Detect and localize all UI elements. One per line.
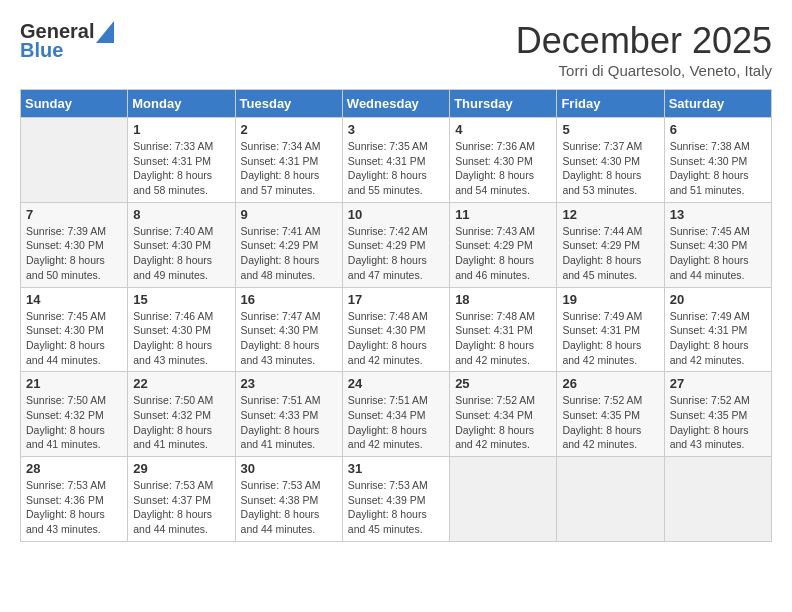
calendar-cell: [21, 118, 128, 203]
day-number: 21: [26, 376, 122, 391]
calendar-cell: [557, 457, 664, 542]
day-number: 26: [562, 376, 658, 391]
calendar-cell: 27Sunrise: 7:52 AM Sunset: 4:35 PM Dayli…: [664, 372, 771, 457]
calendar-table: SundayMondayTuesdayWednesdayThursdayFrid…: [20, 89, 772, 542]
cell-info: Sunrise: 7:35 AM Sunset: 4:31 PM Dayligh…: [348, 139, 444, 198]
day-number: 8: [133, 207, 229, 222]
day-number: 23: [241, 376, 337, 391]
svg-marker-0: [96, 21, 114, 43]
day-number: 5: [562, 122, 658, 137]
cell-info: Sunrise: 7:50 AM Sunset: 4:32 PM Dayligh…: [133, 393, 229, 452]
calendar-cell: 3Sunrise: 7:35 AM Sunset: 4:31 PM Daylig…: [342, 118, 449, 203]
logo-blue: Blue: [20, 39, 63, 62]
cell-info: Sunrise: 7:49 AM Sunset: 4:31 PM Dayligh…: [670, 309, 766, 368]
calendar-cell: 20Sunrise: 7:49 AM Sunset: 4:31 PM Dayli…: [664, 287, 771, 372]
calendar-cell: 1Sunrise: 7:33 AM Sunset: 4:31 PM Daylig…: [128, 118, 235, 203]
cell-info: Sunrise: 7:43 AM Sunset: 4:29 PM Dayligh…: [455, 224, 551, 283]
cell-info: Sunrise: 7:52 AM Sunset: 4:34 PM Dayligh…: [455, 393, 551, 452]
cell-info: Sunrise: 7:53 AM Sunset: 4:39 PM Dayligh…: [348, 478, 444, 537]
day-number: 29: [133, 461, 229, 476]
day-number: 28: [26, 461, 122, 476]
cell-info: Sunrise: 7:45 AM Sunset: 4:30 PM Dayligh…: [670, 224, 766, 283]
cell-info: Sunrise: 7:50 AM Sunset: 4:32 PM Dayligh…: [26, 393, 122, 452]
cell-info: Sunrise: 7:45 AM Sunset: 4:30 PM Dayligh…: [26, 309, 122, 368]
day-number: 4: [455, 122, 551, 137]
calendar-cell: 23Sunrise: 7:51 AM Sunset: 4:33 PM Dayli…: [235, 372, 342, 457]
calendar-cell: 10Sunrise: 7:42 AM Sunset: 4:29 PM Dayli…: [342, 202, 449, 287]
cell-info: Sunrise: 7:42 AM Sunset: 4:29 PM Dayligh…: [348, 224, 444, 283]
month-title: December 2025: [516, 20, 772, 62]
cell-info: Sunrise: 7:51 AM Sunset: 4:33 PM Dayligh…: [241, 393, 337, 452]
calendar-cell: 18Sunrise: 7:48 AM Sunset: 4:31 PM Dayli…: [450, 287, 557, 372]
calendar-cell: 24Sunrise: 7:51 AM Sunset: 4:34 PM Dayli…: [342, 372, 449, 457]
day-number: 13: [670, 207, 766, 222]
week-row-4: 21Sunrise: 7:50 AM Sunset: 4:32 PM Dayli…: [21, 372, 772, 457]
calendar-cell: 11Sunrise: 7:43 AM Sunset: 4:29 PM Dayli…: [450, 202, 557, 287]
cell-info: Sunrise: 7:46 AM Sunset: 4:30 PM Dayligh…: [133, 309, 229, 368]
cell-info: Sunrise: 7:53 AM Sunset: 4:37 PM Dayligh…: [133, 478, 229, 537]
calendar-cell: 16Sunrise: 7:47 AM Sunset: 4:30 PM Dayli…: [235, 287, 342, 372]
col-header-wednesday: Wednesday: [342, 90, 449, 118]
cell-info: Sunrise: 7:36 AM Sunset: 4:30 PM Dayligh…: [455, 139, 551, 198]
calendar-cell: 4Sunrise: 7:36 AM Sunset: 4:30 PM Daylig…: [450, 118, 557, 203]
cell-info: Sunrise: 7:37 AM Sunset: 4:30 PM Dayligh…: [562, 139, 658, 198]
calendar-cell: 12Sunrise: 7:44 AM Sunset: 4:29 PM Dayli…: [557, 202, 664, 287]
calendar-cell: 29Sunrise: 7:53 AM Sunset: 4:37 PM Dayli…: [128, 457, 235, 542]
location-title: Torri di Quartesolo, Veneto, Italy: [516, 62, 772, 79]
calendar-cell: 7Sunrise: 7:39 AM Sunset: 4:30 PM Daylig…: [21, 202, 128, 287]
day-number: 3: [348, 122, 444, 137]
day-number: 6: [670, 122, 766, 137]
day-number: 24: [348, 376, 444, 391]
cell-info: Sunrise: 7:34 AM Sunset: 4:31 PM Dayligh…: [241, 139, 337, 198]
day-number: 16: [241, 292, 337, 307]
day-number: 15: [133, 292, 229, 307]
cell-info: Sunrise: 7:47 AM Sunset: 4:30 PM Dayligh…: [241, 309, 337, 368]
day-number: 17: [348, 292, 444, 307]
cell-info: Sunrise: 7:49 AM Sunset: 4:31 PM Dayligh…: [562, 309, 658, 368]
cell-info: Sunrise: 7:38 AM Sunset: 4:30 PM Dayligh…: [670, 139, 766, 198]
calendar-cell: 15Sunrise: 7:46 AM Sunset: 4:30 PM Dayli…: [128, 287, 235, 372]
cell-info: Sunrise: 7:44 AM Sunset: 4:29 PM Dayligh…: [562, 224, 658, 283]
day-number: 9: [241, 207, 337, 222]
cell-info: Sunrise: 7:52 AM Sunset: 4:35 PM Dayligh…: [562, 393, 658, 452]
cell-info: Sunrise: 7:52 AM Sunset: 4:35 PM Dayligh…: [670, 393, 766, 452]
calendar-cell: 21Sunrise: 7:50 AM Sunset: 4:32 PM Dayli…: [21, 372, 128, 457]
calendar-cell: 9Sunrise: 7:41 AM Sunset: 4:29 PM Daylig…: [235, 202, 342, 287]
title-block: December 2025 Torri di Quartesolo, Venet…: [516, 20, 772, 79]
logo-arrow-icon: [96, 21, 114, 43]
logo: General Blue: [20, 20, 114, 62]
col-header-saturday: Saturday: [664, 90, 771, 118]
calendar-cell: 6Sunrise: 7:38 AM Sunset: 4:30 PM Daylig…: [664, 118, 771, 203]
calendar-cell: [450, 457, 557, 542]
calendar-cell: 28Sunrise: 7:53 AM Sunset: 4:36 PM Dayli…: [21, 457, 128, 542]
calendar-cell: 8Sunrise: 7:40 AM Sunset: 4:30 PM Daylig…: [128, 202, 235, 287]
calendar-cell: 31Sunrise: 7:53 AM Sunset: 4:39 PM Dayli…: [342, 457, 449, 542]
day-number: 27: [670, 376, 766, 391]
day-number: 2: [241, 122, 337, 137]
cell-info: Sunrise: 7:48 AM Sunset: 4:30 PM Dayligh…: [348, 309, 444, 368]
cell-info: Sunrise: 7:33 AM Sunset: 4:31 PM Dayligh…: [133, 139, 229, 198]
cell-info: Sunrise: 7:53 AM Sunset: 4:36 PM Dayligh…: [26, 478, 122, 537]
cell-info: Sunrise: 7:51 AM Sunset: 4:34 PM Dayligh…: [348, 393, 444, 452]
col-header-friday: Friday: [557, 90, 664, 118]
calendar-cell: 14Sunrise: 7:45 AM Sunset: 4:30 PM Dayli…: [21, 287, 128, 372]
calendar-cell: 22Sunrise: 7:50 AM Sunset: 4:32 PM Dayli…: [128, 372, 235, 457]
col-header-sunday: Sunday: [21, 90, 128, 118]
week-row-5: 28Sunrise: 7:53 AM Sunset: 4:36 PM Dayli…: [21, 457, 772, 542]
day-number: 31: [348, 461, 444, 476]
col-header-monday: Monday: [128, 90, 235, 118]
day-number: 18: [455, 292, 551, 307]
cell-info: Sunrise: 7:41 AM Sunset: 4:29 PM Dayligh…: [241, 224, 337, 283]
calendar-cell: 5Sunrise: 7:37 AM Sunset: 4:30 PM Daylig…: [557, 118, 664, 203]
calendar-cell: 26Sunrise: 7:52 AM Sunset: 4:35 PM Dayli…: [557, 372, 664, 457]
calendar-cell: 2Sunrise: 7:34 AM Sunset: 4:31 PM Daylig…: [235, 118, 342, 203]
cell-info: Sunrise: 7:39 AM Sunset: 4:30 PM Dayligh…: [26, 224, 122, 283]
day-number: 25: [455, 376, 551, 391]
col-header-thursday: Thursday: [450, 90, 557, 118]
day-number: 12: [562, 207, 658, 222]
day-number: 20: [670, 292, 766, 307]
week-row-2: 7Sunrise: 7:39 AM Sunset: 4:30 PM Daylig…: [21, 202, 772, 287]
day-number: 22: [133, 376, 229, 391]
day-number: 1: [133, 122, 229, 137]
calendar-cell: 30Sunrise: 7:53 AM Sunset: 4:38 PM Dayli…: [235, 457, 342, 542]
